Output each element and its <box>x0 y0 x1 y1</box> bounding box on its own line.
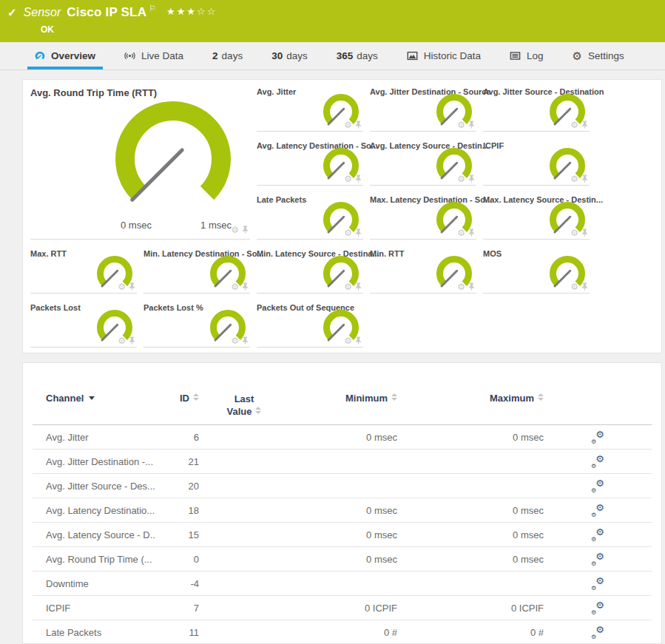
gauge-settings-gear-icon[interactable]: ⚙ <box>457 121 465 129</box>
channel-name[interactable]: Avg. Jitter Source - Des... <box>33 481 155 492</box>
channel-name[interactable]: Late Packets <box>33 627 155 638</box>
gauge-mos: MOS⚙ <box>483 248 590 294</box>
ok-check-icon: ✓ <box>7 6 17 19</box>
channel-name[interactable]: ICPIF <box>33 603 155 614</box>
gauge-actions: ⚙ <box>457 121 475 129</box>
gauge-pin-icon[interactable] <box>581 174 588 183</box>
channel-settings-icon[interactable]: ⚙⚙ <box>591 602 604 614</box>
table-row-avg-jitter-destination: Avg. Jitter Destination -...21⚙⚙ <box>33 450 652 474</box>
gauge-settings-gear-icon[interactable]: ⚙ <box>457 283 465 291</box>
gauge-settings-gear-icon[interactable]: ⚙ <box>118 337 126 345</box>
channel-name[interactable]: Avg. Jitter Destination -... <box>33 456 155 467</box>
gauge-avg-latency-source-destin: Avg. Latency Source - Destin...⚙ <box>370 140 476 186</box>
gauge-pin-icon[interactable] <box>355 121 362 129</box>
channel-settings-icon[interactable]: ⚙⚙ <box>591 455 604 468</box>
settings-icon: ⚙ <box>573 51 582 61</box>
live-data-icon <box>124 51 135 61</box>
tab-2-days[interactable]: 2days <box>210 42 245 70</box>
stars-filled[interactable]: ★★★ <box>166 6 197 17</box>
column-header-minimum[interactable]: Minimum <box>289 393 397 404</box>
priority-stars[interactable]: ★★★☆☆ <box>166 6 217 17</box>
gauge-pin-icon[interactable] <box>468 228 475 237</box>
channel-name[interactable]: Avg. Latency Source - D... <box>33 529 155 540</box>
column-header-last-value[interactable]: Last Value <box>199 393 289 418</box>
gauge-pin-icon[interactable] <box>581 121 588 129</box>
gauge-settings-gear-icon[interactable]: ⚙ <box>231 226 239 234</box>
gauge-pin-icon[interactable] <box>242 336 249 345</box>
column-header-maximum[interactable]: Maximum <box>397 393 544 404</box>
gauge-max-latency-source-destin: Max. Latency Source - Destin...⚙ <box>483 194 590 240</box>
channel-maximum: 0 msec <box>397 529 544 540</box>
channel-settings-icon[interactable]: ⚙⚙ <box>591 480 604 492</box>
channel-name[interactable]: Avg. Latency Destinatio... <box>33 505 155 516</box>
gauge-settings-gear-icon[interactable]: ⚙ <box>231 337 239 345</box>
gauge-settings-gear-icon[interactable]: ⚙ <box>457 229 465 237</box>
table-row-avg-round-trip-time: Avg. Round Trip Time (...00 msec0 msec⚙⚙ <box>33 547 652 572</box>
flag-icon[interactable]: ⚐ <box>149 4 156 13</box>
column-header-id[interactable]: ID <box>155 393 199 404</box>
gauge-pin-icon[interactable] <box>242 226 249 234</box>
gauge-settings-gear-icon[interactable]: ⚙ <box>570 283 578 291</box>
channel-id: 18 <box>155 505 199 516</box>
gauge-pin-icon[interactable] <box>355 336 362 345</box>
channel-minimum: 0 msec <box>289 529 397 540</box>
tab-365-days[interactable]: 365days <box>334 42 380 70</box>
table-row-avg-latency-source-d: Avg. Latency Source - D...150 msec0 msec… <box>33 523 652 547</box>
rtt-gauge <box>112 100 234 208</box>
tab-live-data[interactable]: Live Data <box>122 42 186 70</box>
column-header-channel[interactable]: Channel <box>33 393 155 404</box>
tab-settings[interactable]: ⚙Settings <box>570 42 627 70</box>
table-row-avg-jitter-source-des: Avg. Jitter Source - Des...20⚙⚙ <box>33 474 652 498</box>
channel-name[interactable]: Avg. Jitter <box>33 432 155 443</box>
channel-settings-icon[interactable]: ⚙⚙ <box>591 577 604 590</box>
gauge-settings-gear-icon[interactable]: ⚙ <box>344 283 352 291</box>
gauge-settings-gear-icon[interactable]: ⚙ <box>344 175 352 183</box>
gauge-settings-gear-icon[interactable]: ⚙ <box>570 229 578 237</box>
gauge-settings-gear-icon[interactable]: ⚙ <box>231 283 239 291</box>
channel-settings-icon[interactable]: ⚙⚙ <box>591 504 604 517</box>
gauge-pin-icon[interactable] <box>468 121 475 129</box>
gauge-settings-gear-icon[interactable]: ⚙ <box>344 121 352 129</box>
gauge-pin-icon[interactable] <box>129 336 135 345</box>
tab-overview[interactable]: Overview <box>33 42 98 70</box>
gauge-actions: ⚙ <box>118 336 135 345</box>
stars-empty[interactable]: ☆☆ <box>197 6 217 17</box>
channel-name[interactable]: Avg. Round Trip Time (... <box>33 554 155 565</box>
channel-name[interactable]: Downtime <box>33 578 155 589</box>
gauge-min-latency-destination-so: Min. Latency Destination - So...⚙ <box>144 248 250 294</box>
channel-settings-icon[interactable]: ⚙⚙ <box>591 553 604 566</box>
tab-historic-data[interactable]: Historic Data <box>405 42 483 70</box>
gauge-pin-icon[interactable] <box>581 228 588 237</box>
gauge-settings-gear-icon[interactable]: ⚙ <box>344 229 352 237</box>
gauge-pin-icon[interactable] <box>468 282 475 291</box>
gauge-packets-lost: Packets Lost⚙ <box>30 302 137 348</box>
gauge-actions: ⚙ <box>344 121 362 129</box>
gauge-settings-gear-icon[interactable]: ⚙ <box>570 175 578 183</box>
gauge-late-packets: Late Packets⚙ <box>257 194 363 240</box>
sensor-name: Cisco IP SLA <box>67 5 146 20</box>
gauge-pin-icon[interactable] <box>581 282 588 291</box>
gauge-pin-icon[interactable] <box>129 282 135 291</box>
gauge-settings-gear-icon[interactable]: ⚙ <box>344 337 352 345</box>
gauge-pin-icon[interactable] <box>355 228 362 237</box>
gauge-actions: ⚙ <box>344 228 362 237</box>
channel-settings-icon[interactable]: ⚙⚙ <box>591 529 604 541</box>
gauge-pin-icon[interactable] <box>468 174 475 183</box>
channel-maximum: 0 msec <box>397 554 544 565</box>
gauge-max-latency-destination-so: Max. Latency Destination - So...⚙ <box>370 194 476 240</box>
gauge-pin-icon[interactable] <box>242 282 249 291</box>
table-row-downtime: Downtime-4⚙⚙ <box>33 572 652 596</box>
gauge-settings-gear-icon[interactable]: ⚙ <box>570 121 578 129</box>
tab-log[interactable]: Log <box>507 42 546 70</box>
channel-settings-icon[interactable]: ⚙⚙ <box>591 431 604 444</box>
gauge-pin-icon[interactable] <box>355 282 362 291</box>
tab-30-days[interactable]: 30days <box>269 42 310 70</box>
sort-icon <box>391 393 397 401</box>
gauge-pin-icon[interactable] <box>355 174 362 183</box>
sensor-type-label: Sensor <box>24 6 61 19</box>
gauge-settings-gear-icon[interactable]: ⚙ <box>118 283 126 291</box>
channel-id: 7 <box>155 603 199 614</box>
gauge-settings-gear-icon[interactable]: ⚙ <box>457 175 465 183</box>
gauge-actions: ⚙ <box>344 282 362 291</box>
channel-settings-icon[interactable]: ⚙⚙ <box>591 626 604 639</box>
